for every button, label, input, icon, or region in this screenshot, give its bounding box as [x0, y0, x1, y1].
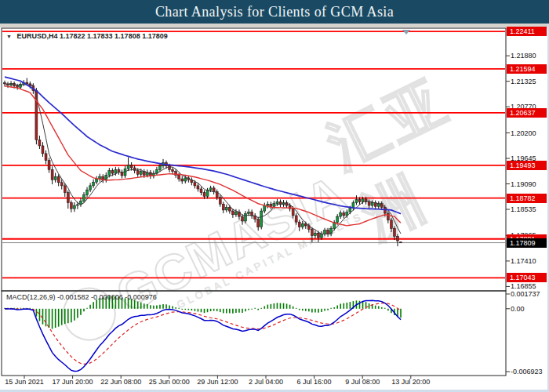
macd-scale-label: 0.001737: [511, 290, 540, 298]
time-label: 29 Jun 12:00: [197, 378, 238, 386]
time-label: 2 Jul 04:00: [249, 378, 283, 386]
macd-scale-label: 0.00: [511, 305, 525, 313]
symbol-period: EURUSD,H4: [16, 32, 57, 40]
price-label: 1.21880: [511, 52, 536, 60]
macd-value-signal: -0.000606: [91, 293, 123, 301]
macd-main-line: [5, 300, 401, 371]
price-label: 1.17410: [511, 257, 536, 265]
price-label: 1.19090: [511, 180, 536, 188]
ma-red-line: [5, 86, 401, 226]
sr-level-price-box: 1.21594: [507, 64, 547, 74]
current-price-box: 1.17809: [507, 238, 547, 248]
sr-level-price-box: 1.19493: [507, 161, 547, 170]
time-label: 6 Jul 16:00: [297, 378, 332, 386]
macd-signal-line: [5, 303, 401, 365]
symbol-dropdown-icon[interactable]: ▼: [6, 34, 12, 39]
macd-value-hist: -0.000976: [125, 293, 157, 301]
time-label: 15 Jun 2021: [5, 378, 44, 386]
time-label: 17 Jun 20:00: [53, 378, 93, 386]
price-label: 1.21325: [511, 78, 536, 85]
time-label: 9 Jul 08:00: [345, 378, 380, 386]
macd-name: MACD(12,26,9): [6, 293, 56, 301]
ohlc-close: 1.17809: [142, 32, 168, 40]
sr-level-price-box: 1.17043: [507, 273, 547, 282]
time-label: 22 Jun 08:00: [100, 378, 141, 386]
macd-value-main: -0.001582: [57, 293, 89, 301]
ohlc-low: 1.17808: [115, 32, 140, 40]
chart-shift-marker: [402, 30, 410, 34]
macd-indicator-label: MACD(12,26,9) -0.001582 -0.000606 -0.000…: [6, 293, 157, 301]
price-label: 1.20200: [511, 129, 536, 137]
macd-indicator-layer: [5, 296, 401, 371]
macd-scale-label: -0.006923: [511, 368, 543, 376]
sr-level-price-box: 1.18782: [507, 194, 547, 203]
ohlc-high: 1.17833: [87, 32, 113, 40]
ma-fast-dark-line: [5, 84, 401, 234]
ma-blue-line: [5, 77, 401, 214]
price-label: 1.18535: [511, 205, 536, 213]
price-label: 1.16855: [511, 282, 536, 290]
support-resistance-lines[interactable]: [2, 31, 505, 278]
moving-averages-layer: [5, 77, 401, 234]
time-label: 13 Jul 20:00: [391, 378, 430, 386]
price-chart-canvas[interactable]: [0, 0, 549, 392]
time-label: 25 Jun 00:00: [149, 378, 190, 386]
axis-ticks: [24, 56, 510, 379]
sr-level-price-box: 1.22411: [507, 27, 547, 36]
ohlc-open: 1.17822: [60, 32, 85, 40]
ohlc-header: ▼ EURUSD,H4 1.17822 1.17833 1.17808 1.17…: [6, 32, 168, 40]
sr-level-price-box: 1.20637: [507, 108, 547, 118]
